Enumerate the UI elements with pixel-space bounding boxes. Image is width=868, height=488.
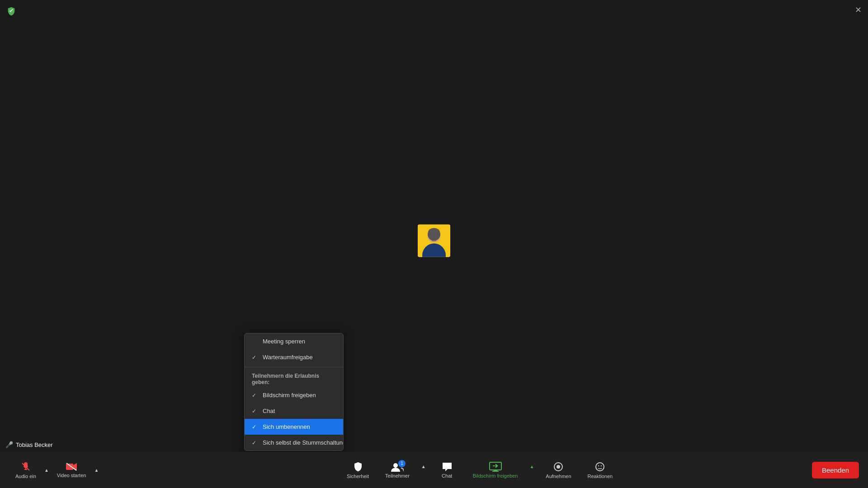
video-group: Video starten ▲ — [51, 459, 101, 482]
svg-point-4 — [436, 235, 438, 238]
close-button[interactable]: ✕ — [853, 5, 863, 15]
share-caret-button[interactable]: ▲ — [528, 464, 536, 469]
menu-divider — [245, 367, 343, 367]
muted-mic-icon: 🎤 — [5, 441, 13, 448]
video-button[interactable]: Video starten — [51, 460, 93, 481]
menu-item-waiting-room[interactable]: ✓ Warteraumfreigabe — [245, 349, 343, 365]
end-meeting-button[interactable]: Beenden — [812, 462, 859, 479]
audio-caret-button[interactable]: ▲ — [42, 468, 51, 473]
menu-section-title: Teilnehmern die Erlaubnis geben: — [245, 369, 343, 387]
reactions-button[interactable]: Reaktionen — [581, 459, 619, 482]
svg-point-21 — [598, 465, 599, 466]
toolbar-left-group: Audio ein ▲ Video starten ▲ — [9, 459, 100, 482]
svg-point-11 — [393, 463, 398, 468]
participants-count-badge: 1 — [398, 460, 406, 467]
audio-button[interactable]: Audio ein — [9, 459, 42, 482]
main-video-area: ✕ Meeting sperren — [0, 0, 868, 488]
menu-item-share-screen[interactable]: ✓ Bildschirm freigeben — [245, 387, 343, 403]
svg-point-3 — [430, 235, 432, 238]
toolbar-center-group: Sicherheit 1 Teilnehmer ▲ — [100, 459, 859, 482]
reactions-icon — [594, 461, 605, 472]
share-screen-button[interactable]: Bildschirm freigeben — [467, 459, 524, 481]
menu-item-chat[interactable]: ✓ Chat — [245, 403, 343, 419]
participant-avatar — [418, 225, 450, 257]
mic-muted-icon — [20, 461, 31, 472]
security-button[interactable]: Sicherheit — [340, 459, 375, 482]
security-dropdown-menu: Meeting sperren ✓ Warteraumfreigabe Teil… — [244, 333, 344, 451]
participant-name-tag: 🎤 Tobias Becker — [5, 441, 53, 448]
chat-icon — [442, 462, 453, 472]
audio-group: Audio ein ▲ — [9, 459, 51, 482]
menu-item-rename[interactable]: ✓ Sich umbenennen — [245, 419, 343, 435]
record-icon — [553, 461, 564, 472]
participants-button[interactable]: 1 Teilnehmer — [379, 459, 416, 481]
meeting-toolbar: Audio ein ▲ Video starten ▲ — [0, 452, 868, 488]
participants-caret-button[interactable]: ▲ — [420, 464, 428, 469]
participants-icon: 1 — [391, 462, 404, 472]
svg-point-20 — [596, 463, 604, 471]
svg-point-19 — [557, 465, 560, 469]
chat-button[interactable]: Chat — [431, 459, 463, 481]
menu-item-meeting-lock[interactable]: Meeting sperren — [245, 333, 343, 349]
record-button[interactable]: Aufnehmen — [539, 459, 577, 482]
svg-point-1 — [428, 230, 440, 243]
shield-icon — [6, 6, 16, 16]
svg-rect-0 — [418, 225, 450, 257]
video-caret-button[interactable]: ▲ — [92, 468, 100, 473]
video-off-icon — [66, 462, 77, 471]
share-screen-icon — [489, 462, 502, 472]
security-icon — [353, 461, 363, 472]
svg-point-2 — [428, 228, 440, 235]
svg-point-22 — [601, 465, 602, 466]
svg-marker-14 — [495, 464, 498, 468]
menu-item-unmute-self[interactable]: ✓ Sich selbst die Stummschaltung aufhebe… — [245, 435, 343, 450]
